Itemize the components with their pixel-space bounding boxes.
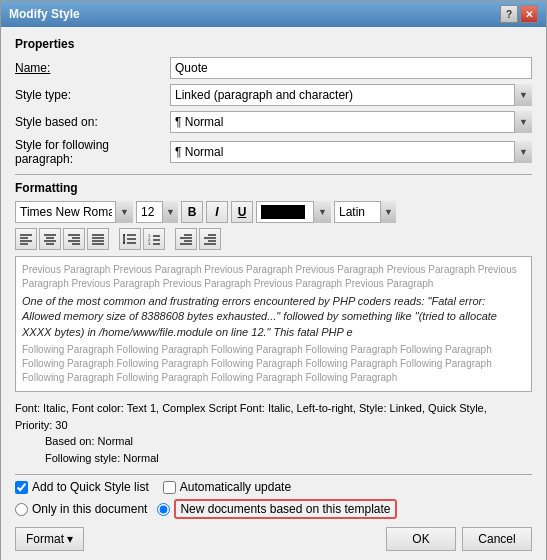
following-label: Style for following paragraph:	[15, 138, 170, 166]
formatting-section: Formatting Times New Roman ▼ 12 ▼ B I U	[15, 181, 532, 250]
name-input[interactable]	[170, 57, 532, 79]
add-quick-style-checkbox[interactable]	[15, 481, 28, 494]
font-select-wrap[interactable]: Times New Roman ▼	[15, 201, 133, 223]
help-button[interactable]: ?	[500, 5, 518, 23]
color-swatch	[261, 205, 305, 219]
auto-update-checkbox[interactable]	[163, 481, 176, 494]
svg-text:3.: 3.	[148, 241, 151, 245]
font-row: Times New Roman ▼ 12 ▼ B I U	[15, 201, 532, 223]
desc-following: Following style: Normal	[15, 450, 532, 467]
auto-update-label[interactable]: Automatically update	[163, 480, 291, 494]
font-select[interactable]: Times New Roman	[15, 201, 133, 223]
divider2	[15, 474, 532, 475]
preview-prev-text: Previous Paragraph Previous Paragraph Pr…	[22, 263, 525, 291]
desc-line2: Priority: 30	[15, 417, 532, 434]
decrease-indent-button[interactable]	[175, 228, 197, 250]
following-row: Style for following paragraph: ¶ Normal …	[15, 138, 532, 166]
properties-label: Properties	[15, 37, 532, 51]
based-on-label: Style based on:	[15, 115, 170, 129]
only-in-doc-text: Only in this document	[32, 502, 147, 516]
ok-button[interactable]: OK	[386, 527, 456, 551]
radio-group: Only in this document New documents base…	[15, 499, 532, 519]
desc-based-on: Based on: Normal	[15, 433, 532, 450]
lang-select-wrap[interactable]: Latin ▼	[334, 201, 396, 223]
modify-style-dialog: Modify Style ? ✕ Properties Name: Style …	[0, 0, 547, 560]
based-on-row: Style based on: ¶ Normal ▼	[15, 111, 532, 133]
cancel-button[interactable]: Cancel	[462, 527, 532, 551]
properties-section: Properties Name: Style type: Linked (par…	[15, 37, 532, 166]
formatting-label: Formatting	[15, 181, 532, 195]
based-on-select[interactable]: ¶ Normal ▼	[170, 111, 532, 133]
dialog-buttons: OK Cancel	[386, 527, 532, 551]
title-bar: Modify Style ? ✕	[1, 1, 546, 27]
bold-button[interactable]: B	[181, 201, 203, 223]
color-select-wrap[interactable]: ▼	[256, 201, 331, 223]
style-type-label: Style type:	[15, 88, 170, 102]
increase-indent-button[interactable]	[199, 228, 221, 250]
only-in-doc-label[interactable]: Only in this document	[15, 502, 147, 516]
line-spacing-button[interactable]	[119, 228, 141, 250]
format-button[interactable]: Format ▾	[15, 527, 84, 551]
align-left-button[interactable]	[15, 228, 37, 250]
following-select[interactable]: ¶ Normal ▼	[170, 141, 532, 163]
size-select-wrap[interactable]: 12 ▼	[136, 201, 178, 223]
numbering-button[interactable]: 1.2.3.	[143, 228, 165, 250]
style-type-row: Style type: Linked (paragraph and charac…	[15, 84, 532, 106]
preview-next-text: Following Paragraph Following Paragraph …	[22, 343, 525, 385]
size-select[interactable]: 12	[136, 201, 178, 223]
new-docs-radio[interactable]	[157, 503, 170, 516]
dialog-title: Modify Style	[9, 7, 80, 21]
name-label: Name:	[15, 61, 170, 75]
color-display	[256, 201, 331, 223]
following-select-input[interactable]: ¶ Normal	[170, 141, 532, 163]
desc-line1: Font: Italic, Font color: Text 1, Comple…	[15, 400, 532, 417]
align-row: 1.2.3.	[15, 228, 532, 250]
auto-update-text: Automatically update	[180, 480, 291, 494]
preview-main-text: One of the most common and frustrating e…	[22, 294, 525, 340]
only-in-doc-radio[interactable]	[15, 503, 28, 516]
based-on-select-input[interactable]: ¶ Normal	[170, 111, 532, 133]
description-box: Font: Italic, Font color: Text 1, Comple…	[15, 398, 532, 468]
divider1	[15, 174, 532, 175]
bottom-row: Format ▾ OK Cancel	[15, 527, 532, 551]
style-type-select[interactable]: Linked (paragraph and character) ▼	[170, 84, 532, 106]
add-quick-style-text: Add to Quick Style list	[32, 480, 149, 494]
align-justify-button[interactable]	[87, 228, 109, 250]
title-bar-buttons: ? ✕	[500, 5, 538, 23]
italic-button[interactable]: I	[206, 201, 228, 223]
lang-select[interactable]: Latin	[334, 201, 396, 223]
underline-button[interactable]: U	[231, 201, 253, 223]
align-center-button[interactable]	[39, 228, 61, 250]
new-docs-label[interactable]: New documents based on this template	[157, 499, 396, 519]
close-button[interactable]: ✕	[520, 5, 538, 23]
preview-box: Previous Paragraph Previous Paragraph Pr…	[15, 256, 532, 392]
new-docs-text: New documents based on this template	[174, 499, 396, 519]
align-right-button[interactable]	[63, 228, 85, 250]
name-row: Name:	[15, 57, 532, 79]
options-row: Add to Quick Style list Automatically up…	[15, 480, 532, 494]
style-type-select-input[interactable]: Linked (paragraph and character)	[170, 84, 532, 106]
add-quick-style-label[interactable]: Add to Quick Style list	[15, 480, 149, 494]
